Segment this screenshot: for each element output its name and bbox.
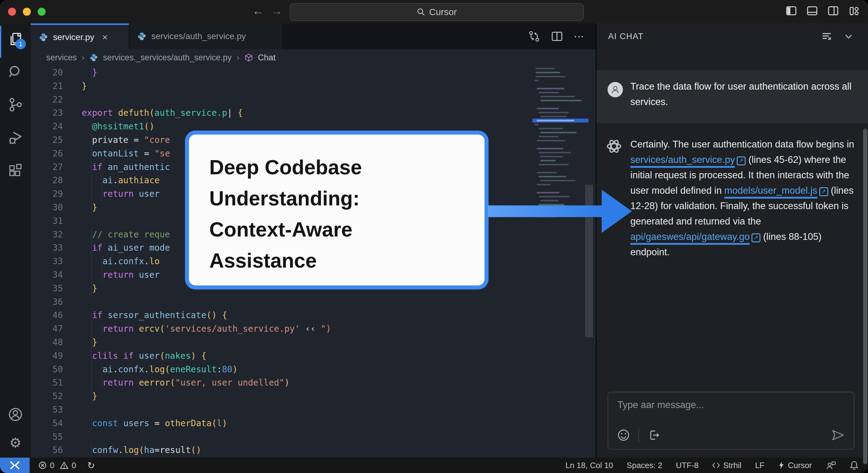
navigate-back-button[interactable]: ← — [252, 4, 264, 18]
emoji-icon[interactable] — [617, 428, 630, 442]
warning-count: 0 — [71, 461, 76, 470]
minimap-line — [537, 172, 557, 173]
command-center-search[interactable]: Cursor — [290, 3, 584, 21]
toggle-primary-sidebar-icon[interactable] — [785, 5, 797, 16]
sidebar-item-run-debug[interactable] — [7, 129, 24, 145]
line-number: 33 — [31, 255, 63, 268]
user-message: Trace the data flow for user authenticat… — [596, 70, 868, 123]
attach-context-icon[interactable] — [647, 428, 660, 442]
line-number: 30 — [31, 201, 63, 214]
minimap-line — [538, 128, 563, 129]
tab-label: servicer.py — [53, 32, 94, 42]
line-number: 31 — [31, 214, 63, 228]
account-button[interactable] — [7, 406, 24, 423]
code-line: 50 ai.confx.log(eneResult:80) — [31, 363, 596, 376]
file-reference-link[interactable]: models/user_model.js — [724, 185, 817, 199]
explorer-badge: 1 — [16, 39, 26, 49]
line-number: 26 — [31, 147, 63, 161]
code-text: export defuth(auth_service.p| { — [82, 106, 243, 120]
error-count: 0 — [50, 461, 54, 470]
sync-icon[interactable]: ↻ — [87, 460, 95, 471]
close-window-button[interactable] — [8, 8, 16, 16]
sidebar-item-extensions[interactable] — [7, 162, 24, 178]
minimap-line — [538, 152, 571, 154]
code-line: 23export defuth(auth_service.p| { — [31, 106, 596, 120]
user-message-text: Trace the data flow for user authenticat… — [630, 79, 857, 110]
problems-indicator[interactable]: 0 0 — [38, 461, 76, 470]
code-text: } — [82, 390, 97, 403]
chevron-down-icon[interactable] — [843, 31, 854, 41]
cursor-position-indicator[interactable]: Ln 18, Col 10 — [565, 461, 613, 470]
extensions-icon — [8, 162, 23, 178]
remote-indicator[interactable] — [0, 458, 30, 473]
code-line: 22 — [31, 93, 596, 106]
send-icon[interactable] — [831, 428, 845, 442]
minimap-line — [540, 96, 575, 97]
chat-header: AI CHAT — [596, 24, 868, 49]
compare-changes-icon[interactable] — [528, 30, 540, 42]
line-number: 53 — [31, 403, 63, 417]
file-reference-link[interactable]: services/auth_service.py — [630, 154, 735, 168]
sidebar-item-search[interactable] — [7, 64, 24, 80]
code-line: 46 if sersor_authenticate() { — [31, 309, 596, 322]
chat-input-box[interactable] — [608, 392, 855, 449]
line-number: 51 — [31, 376, 63, 390]
navigate-forward-button[interactable]: → — [271, 4, 282, 18]
indentation-indicator[interactable]: Spaces: 2 — [627, 461, 662, 470]
search-icon — [417, 8, 425, 16]
code-line: 36 — [31, 295, 596, 309]
sidebar-item-source-control[interactable] — [7, 97, 24, 113]
file-reference-link[interactable]: api/gaeswes/api/gateway.go — [630, 231, 750, 245]
code-text: } — [82, 282, 97, 295]
external-link-icon[interactable]: ↗ — [819, 187, 828, 196]
customize-layout-icon[interactable] — [848, 5, 860, 16]
line-number: 28 — [31, 174, 63, 187]
code-line: 48 } — [31, 336, 596, 349]
toggle-panel-icon[interactable] — [806, 5, 818, 16]
line-number: 55 — [31, 430, 63, 444]
line-number: 22 — [31, 93, 63, 106]
cursor-app-label: Cursor — [788, 461, 812, 470]
code-text: return eerror("user, user undelled") — [82, 376, 289, 390]
close-tab-icon[interactable]: × — [102, 32, 108, 42]
external-link-icon[interactable]: ↗ — [737, 157, 746, 165]
account-icon — [8, 407, 23, 422]
external-link-icon[interactable]: ↗ — [751, 233, 761, 242]
code-text: return user — [82, 268, 160, 282]
eol-indicator[interactable]: LF — [755, 461, 765, 470]
warning-icon — [60, 461, 68, 470]
minimize-window-button[interactable] — [23, 8, 31, 16]
language-mode-indicator[interactable]: Strhil — [712, 461, 741, 470]
code-line: 56 confw.log(ha=result() — [31, 443, 596, 457]
settings-button[interactable]: ⚙ — [7, 435, 24, 451]
window-scrollbar[interactable] — [863, 129, 867, 464]
minimap-line — [537, 108, 559, 109]
code-text: return user — [82, 187, 160, 201]
notifications-bell-icon[interactable] — [849, 460, 859, 470]
user-avatar — [608, 82, 623, 97]
more-actions-icon[interactable]: ⋯ — [574, 30, 585, 42]
breadcrumb-item-symbol[interactable]: Chat — [258, 53, 276, 63]
toggle-secondary-sidebar-icon[interactable] — [827, 5, 839, 16]
callout-text-line: Assistance — [209, 245, 485, 276]
cursor-app-indicator[interactable]: Cursor — [778, 461, 812, 470]
tab-servicer-py[interactable]: servicer.py × — [31, 24, 129, 49]
chat-message-input[interactable] — [617, 399, 845, 411]
filter-icon[interactable] — [820, 30, 833, 42]
split-editor-icon[interactable] — [551, 30, 563, 42]
code-text: ontanList = "se — [82, 147, 170, 161]
line-number: 29 — [31, 187, 63, 201]
breadcrumb-item-root[interactable]: services — [46, 53, 77, 63]
python-file-icon — [89, 53, 98, 62]
feedback-icon[interactable] — [826, 461, 836, 470]
titlebar: ← → Cursor — [0, 0, 868, 24]
line-number: 54 — [31, 417, 63, 430]
code-line: 21} — [31, 79, 596, 93]
sidebar-item-explorer[interactable]: 1 — [7, 31, 24, 47]
person-icon — [610, 85, 620, 95]
gear-icon: ⚙ — [9, 436, 21, 449]
encoding-indicator[interactable]: UTF-8 — [676, 461, 699, 470]
tab-auth-service-py[interactable]: services/auth_service.py — [129, 24, 283, 49]
zoom-window-button[interactable] — [38, 8, 45, 16]
breadcrumb-item-file[interactable]: services._services/auth_service.py — [103, 53, 231, 63]
